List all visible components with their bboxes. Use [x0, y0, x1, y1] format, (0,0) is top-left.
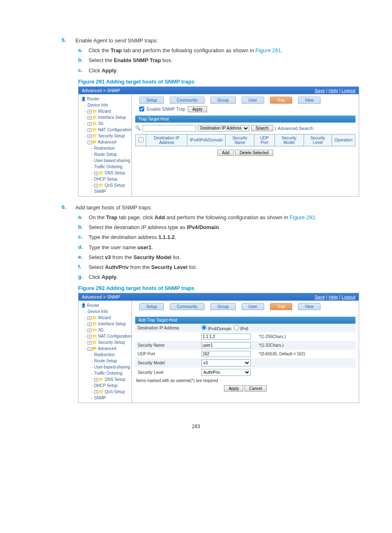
content-area: Setup Community Group User Trap View Ena…	[132, 94, 359, 196]
t: Type the user name	[89, 244, 138, 250]
label-sec-level: Security Level	[135, 368, 199, 377]
sidebar-item-security[interactable]: +📁 Security Setup	[84, 133, 131, 139]
enable-snmp-trap-checkbox[interactable]	[139, 107, 144, 111]
cancel-button[interactable]: Cancel	[244, 385, 266, 392]
sidebar-item-nat[interactable]: +📁 NAT Configuration	[84, 333, 131, 339]
sidebar-item-user-based[interactable]: User-based-sharing	[91, 158, 131, 164]
folder-icon: +	[88, 322, 92, 326]
advanced-search-link[interactable]: Advanced Search	[278, 126, 314, 131]
folder-icon: +	[88, 122, 92, 126]
tab-trap[interactable]: Trap	[270, 303, 292, 310]
ipv6-radio[interactable]	[234, 325, 239, 330]
figure-292-ref[interactable]: Figure 292	[290, 214, 315, 220]
security-name-input[interactable]	[201, 342, 251, 348]
tab-view[interactable]: View	[298, 97, 321, 104]
t: Wizard	[98, 315, 111, 320]
sidebar-item-traffic[interactable]: Traffic Ordering	[91, 164, 131, 170]
sidebar-item-dns[interactable]: +📁 DNS Setup	[91, 170, 131, 176]
tab-community[interactable]: Community	[170, 303, 205, 310]
sidebar-item-user-based[interactable]: User-based-sharing	[91, 364, 131, 370]
topbar-links: Save | Help | Logout	[315, 294, 355, 299]
search-button[interactable]: Search	[251, 125, 273, 131]
sidebar-item-nat[interactable]: +📁 NAT Configuration	[84, 127, 131, 133]
sidebar-root[interactable]: 👤 Router	[81, 302, 131, 308]
sidebar-item-snmp[interactable]: SNMP	[91, 188, 131, 195]
step-6a: a. On the Trap tab page, click Add and p…	[78, 214, 359, 221]
sidebar-item-route-setup[interactable]: Route Setup	[91, 151, 131, 158]
step-6d-text: Type the user name user1.	[89, 244, 339, 251]
tab-group[interactable]: Group	[210, 303, 236, 310]
sidebar-item-dhcp[interactable]: DHCP Setup	[91, 176, 131, 182]
label-sec-name: Security Name	[135, 341, 199, 350]
sidebar-item-3g[interactable]: +📁 3G	[84, 327, 131, 333]
sidebar-item-advanced[interactable]: −📂 Advanced Redirection Route Setup User…	[84, 139, 131, 195]
trap-target-table: Destination IP Address IPv4/IPv6/Domain …	[135, 134, 355, 146]
sidebar-item-device-info[interactable]: Device Info	[84, 102, 131, 108]
select-all-checkbox[interactable]	[138, 137, 143, 142]
delete-selected-button[interactable]: Delete Selected	[235, 150, 273, 156]
security-model-select[interactable]: v3	[201, 359, 251, 366]
search-input[interactable]	[143, 125, 196, 132]
sidebar-item-qos[interactable]: +📁 QoS Setup	[91, 389, 131, 395]
tab-view[interactable]: View	[298, 303, 321, 310]
t: Select the destination IP address type a…	[89, 224, 187, 230]
tab-community[interactable]: Community	[170, 97, 205, 104]
label-dest-ip: Destination IP Address	[135, 324, 199, 332]
sidebar-item-interface-setup[interactable]: +📁 Interface Setup	[84, 114, 131, 121]
tab-group[interactable]: Group	[210, 97, 236, 104]
t: Trap	[111, 47, 122, 53]
t: 3G	[98, 121, 104, 126]
help-link[interactable]: Help	[329, 294, 338, 299]
sidebar-item-wizard[interactable]: +📁 Wizard	[84, 108, 131, 114]
security-level-select[interactable]: Auth/Priv	[201, 369, 251, 376]
t: NAT Configuration	[98, 334, 131, 338]
sidebar-item-device-info[interactable]: Device Info	[84, 308, 131, 315]
folder-icon: +	[88, 316, 92, 320]
sidebar-item-dns[interactable]: +📁 DNS Setup	[91, 376, 131, 382]
tab-setup[interactable]: Setup	[139, 303, 164, 310]
tab-user[interactable]: User	[242, 97, 264, 104]
search-field-select[interactable]: Destination IP Address	[198, 125, 249, 132]
udp-port-input[interactable]	[201, 351, 251, 357]
tab-setup[interactable]: Setup	[139, 97, 164, 104]
logout-link[interactable]: Logout	[341, 88, 355, 93]
step-5c-text: Click Apply.	[89, 67, 339, 74]
ipv4-domain-radio[interactable]	[201, 325, 207, 330]
figure-291-ref[interactable]: Figure 291	[256, 47, 281, 53]
t: .	[281, 47, 283, 53]
add-button[interactable]: Add	[217, 150, 234, 156]
t: and perform the following configuration …	[165, 214, 290, 220]
sidebar-item-dhcp[interactable]: DHCP Setup	[91, 382, 131, 389]
sidebar-item-interface-setup[interactable]: +📁 Interface Setup	[84, 321, 131, 327]
sidebar: 👤 Router Device Info +📁 Wizard +📁 Interf…	[78, 301, 132, 403]
t: Security Model	[134, 254, 171, 260]
logout-link[interactable]: Logout	[341, 294, 355, 299]
apply-button[interactable]: Apply	[188, 106, 207, 112]
t: DNS Setup	[105, 171, 125, 175]
sidebar-item-3g[interactable]: +📁 3G	[84, 121, 131, 127]
sidebar-item-redirection[interactable]: Redirection	[91, 352, 131, 358]
figure-291-caption: Figure 291 Adding target hosts of SNMP t…	[78, 79, 359, 85]
sidebar-item-security[interactable]: +📁 Security Setup	[84, 339, 131, 345]
save-link[interactable]: Save	[315, 294, 325, 299]
folder-icon: +	[88, 341, 92, 345]
sidebar-item-route-setup[interactable]: Route Setup	[91, 358, 131, 364]
t: list.	[187, 264, 197, 270]
dest-address-input[interactable]	[201, 334, 251, 340]
sidebar-item-advanced[interactable]: −📂 Advanced Redirection Route Setup User…	[84, 345, 131, 401]
t: from the	[111, 254, 134, 260]
sidebar-item-qos[interactable]: +📁 QoS Setup	[91, 182, 131, 188]
folder-icon: +	[88, 329, 92, 332]
sidebar-root[interactable]: 👤 Router	[81, 96, 131, 102]
add-trap-form: Destination IP Address IPv4/Domain IPv6 …	[135, 324, 355, 377]
apply-button[interactable]: Apply	[224, 385, 243, 392]
help-link[interactable]: Help	[329, 88, 338, 93]
step-6e-text: Select v3 from the Security Model list.	[89, 254, 339, 261]
sidebar-item-redirection[interactable]: Redirection	[91, 145, 131, 151]
tab-trap[interactable]: Trap	[270, 97, 292, 104]
sidebar-item-snmp[interactable]: SNMP	[91, 395, 131, 401]
sidebar-item-traffic[interactable]: Traffic Ordering	[91, 370, 131, 376]
tab-user[interactable]: User	[242, 303, 264, 310]
sidebar-item-wizard[interactable]: +📁 Wizard	[84, 315, 131, 321]
save-link[interactable]: Save	[315, 88, 325, 93]
